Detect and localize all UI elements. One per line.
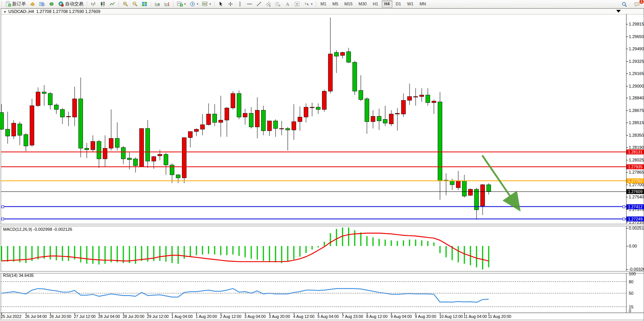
chart-plot-area[interactable]	[0, 0, 644, 321]
mt4-application: 新订单 自动交易	[0, 0, 644, 321]
